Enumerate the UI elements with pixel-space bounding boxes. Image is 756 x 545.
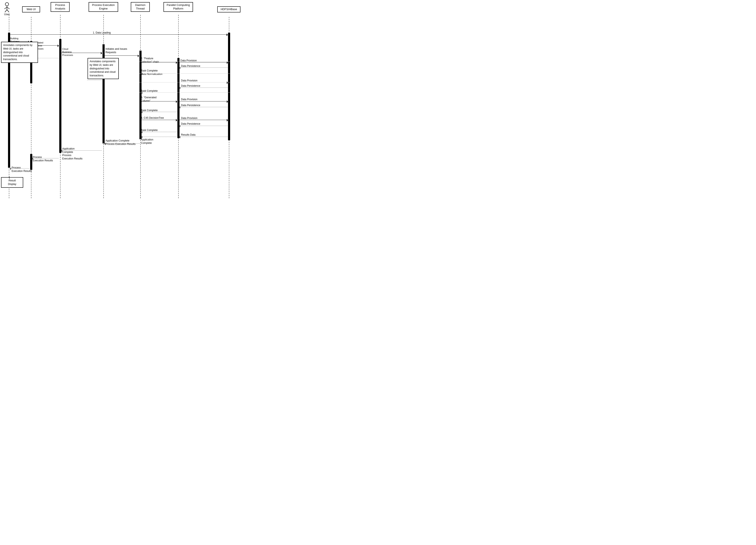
label-c45: 4. C45 DecisionTree xyxy=(141,116,164,119)
label-app-complete-analysis: ApplicationCompleteProcessExecution Resu… xyxy=(62,147,82,160)
svg-line-2 xyxy=(4,7,7,9)
box-analysis: ProcessAnalysis xyxy=(51,2,70,12)
label-results-data: Results Data xyxy=(181,133,196,136)
note-connector-middle xyxy=(87,80,102,80)
actor-user: User xyxy=(3,2,11,16)
activation-daemon xyxy=(139,51,142,139)
label-app-complete-engine: Application CompleteProcess Execution Re… xyxy=(105,139,136,146)
arrow-tc-3 xyxy=(142,112,178,112)
arrow-hdfs-parallel-results xyxy=(180,137,228,137)
label-data-persistence-1: Data Persistence xyxy=(181,65,200,67)
label-task-complete-2: Task Complete xyxy=(141,89,158,92)
label-task-complete-4: Task Complete xyxy=(141,129,158,132)
label-data-provision-4: Data Provision xyxy=(181,117,197,120)
box-daemon: DaemonThread xyxy=(131,2,150,12)
actor-user-label: User xyxy=(3,13,11,16)
label-data-provision-3: Data Provision xyxy=(181,98,197,101)
activation-analysis xyxy=(59,39,61,153)
arrow-hdfs-parallel-4 xyxy=(180,126,228,126)
label-data-provision-2: Data Provision xyxy=(181,79,197,82)
box-engine: Process ExecutionEngine xyxy=(89,2,118,12)
label-task-complete-norm: Task CompleteData Normalization xyxy=(141,69,162,76)
sequence-diagram: User Web UI ProcessAnalysis Process Exec… xyxy=(0,0,274,200)
label-data-persistence-3: Data Persistence xyxy=(181,104,200,107)
sep-4 xyxy=(139,92,230,93)
label-generated-column: 3. “GeneratedColumn” xyxy=(141,96,157,103)
arrow-daemon-parallel-4 xyxy=(142,120,177,120)
label-initiates: Initiates and IssuesRequests xyxy=(105,47,127,54)
sep-2 xyxy=(139,73,230,74)
label-process-results-webui: ProcessExecution Results xyxy=(33,156,53,162)
arrow-results-data xyxy=(142,137,177,137)
arrow-analysis-engine xyxy=(61,53,102,53)
label-process-results-user: ProcessExecution Results xyxy=(12,166,32,173)
result-display-box: ResultDisplay xyxy=(1,177,23,188)
arrow-data-loading xyxy=(10,34,227,35)
note-annotates-left: Annotates components by Web UI, tasks ar… xyxy=(1,42,38,63)
label-data-persistence-4: Data Persistence xyxy=(181,122,200,125)
activation-hdfs xyxy=(228,33,230,140)
label-data-persistence-2: Data Persistence xyxy=(181,84,200,87)
label-app-complete-top: ApplicationComplete xyxy=(141,138,153,145)
arrow-engine-daemon xyxy=(105,55,139,56)
note-connector-left xyxy=(38,58,59,58)
label-data-loading: 1. Data Loading xyxy=(93,31,111,34)
arrow-hdfs-parallel-1 xyxy=(180,67,228,68)
box-webui: Web UI xyxy=(22,6,40,12)
svg-line-5 xyxy=(7,10,9,12)
note-annotates-middle: Annotates components by Web UI, tasks ar… xyxy=(88,58,119,79)
box-hdfs: HDFS/HBase xyxy=(217,6,240,12)
svg-line-3 xyxy=(7,7,9,9)
label-feature-selection: 2. “FeatureSelection” chain xyxy=(141,57,159,63)
box-parallel: Parallel ComputingPlatform xyxy=(163,2,193,12)
arrow-tc-4 xyxy=(142,132,178,132)
svg-line-4 xyxy=(5,10,7,12)
label-cloud: CloudBusinessProcesses xyxy=(62,47,73,57)
svg-point-0 xyxy=(5,3,9,6)
label-task-complete-3: Task Complete xyxy=(141,109,158,112)
arrow-parallel-hdfs-4 xyxy=(180,120,228,120)
